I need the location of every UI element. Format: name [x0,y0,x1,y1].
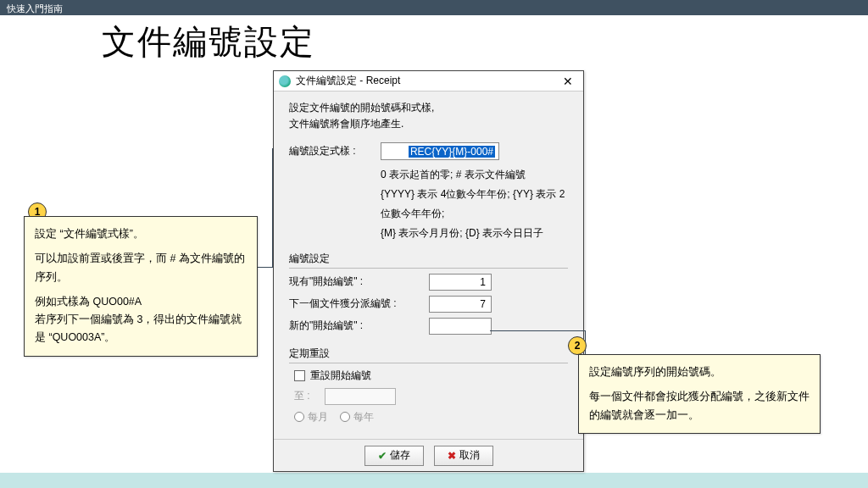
group-reset-label: 定期重設 [289,343,568,361]
next-assign-value: 7 [429,296,492,313]
dialog-description: 設定文件編號的開始號碼和式樣, 文件編號將會順序地產生. [289,100,568,132]
hint-line: {YYYY} 表示 4位數今年年份; {YY} 表示 2位數今年年份; [381,185,568,224]
divider [289,363,568,363]
period-yearly-radio [340,412,350,422]
callout-2: 設定編號序列的開始號碼。 每一個文件都會按此獲分配編號，之後新文件的編號就會逐一… [578,354,821,434]
callout-line: 例如式樣為 QUO00#A [35,293,247,311]
callout-line: 每一個文件都會按此獲分配編號，之後新文件的編號就會逐一加一。 [589,388,810,424]
divider [289,268,568,269]
hint-line: {M} 表示今月月份; {D} 表示今日日子 [381,224,568,243]
callout-badge-2: 2 [568,336,587,355]
reset-checkbox-label: 重設開始編號 [310,369,371,383]
callout-line: 可以加設前置或後置字，而 # 為文件編號的序列。 [35,250,247,286]
pattern-hints: 0 表示起首的零; # 表示文件編號 {YYYY} 表示 4位數今年年份; {Y… [381,165,568,242]
current-start-value: 1 [429,274,492,291]
desc-line: 設定文件編號的開始號碼和式樣, [289,100,568,116]
pattern-label: 編號設定式樣 : [289,144,381,158]
dialog-title: 文件編號設定 - Receipt [296,74,400,88]
top-guide-bar: 快速入門指南 [0,0,868,15]
guide-label: 快速入門指南 [7,3,63,14]
check-icon: ✔ [378,450,387,462]
new-start-label: 新的"開始編號" : [289,319,398,333]
bottom-bar [0,473,868,488]
dialog-button-bar: ✔ 儲存 ✖ 取消 [274,439,583,471]
period-monthly-radio [294,412,304,422]
pattern-input[interactable]: REC{YY}{M}-000# [381,142,499,160]
dialog-titlebar: 文件編號設定 - Receipt ✕ [274,71,583,92]
cancel-button[interactable]: ✖ 取消 [434,446,493,466]
save-label: 儲存 [390,448,410,463]
desc-line: 文件編號將會順序地產生. [289,116,568,132]
current-start-label: 現有"開始編號" : [289,274,398,289]
hint-line: 0 表示起首的零; # 表示文件編號 [381,165,568,185]
close-icon[interactable]: ✕ [558,74,578,89]
next-assign-label: 下一個文件獲分派編號 : [289,297,398,311]
period-yearly-label: 每年 [353,410,374,424]
leader-line [257,267,273,268]
dialog-window: 文件編號設定 - Receipt ✕ 設定文件編號的開始號碼和式樣, 文件編號將… [273,70,584,472]
group-numbering-label: 編號設定 [289,248,568,266]
cancel-label: 取消 [459,448,480,463]
callout-line: 若序列下一個編號為 3，得出的文件編號就是 “QUO003A”。 [35,311,247,347]
callout-line: 設定 “文件編號式樣”。 [35,225,247,243]
app-icon [279,75,291,87]
pattern-value: REC{YY}{M}-000# [409,146,495,158]
page-title: 文件編號設定 [102,19,315,65]
leader-line [490,330,585,331]
callout-1: 設定 “文件編號式樣”。 可以加設前置或後置字，而 # 為文件編號的序列。 例如… [24,216,258,357]
reset-checkbox[interactable] [294,370,305,381]
period-monthly-label: 每月 [308,410,328,424]
dialog-body: 設定文件編號的開始號碼和式樣, 文件編號將會順序地產生. 編號設定式樣 : RE… [274,92,583,439]
new-start-input[interactable] [429,318,492,335]
reset-to-input [325,388,396,405]
save-button[interactable]: ✔ 儲存 [364,446,424,466]
reset-to-label: 至 : [294,389,325,403]
cross-icon: ✖ [448,450,456,462]
callout-line: 設定編號序列的開始號碼。 [589,363,810,381]
